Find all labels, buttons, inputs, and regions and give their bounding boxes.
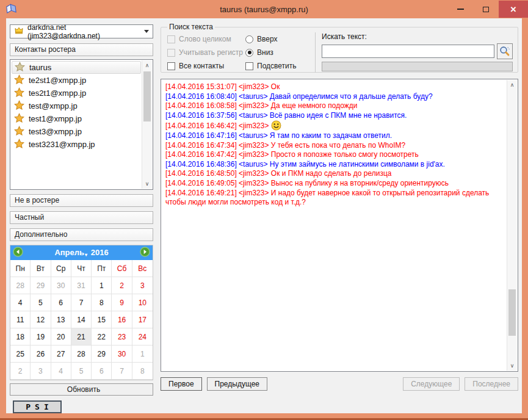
calendar-day-cell[interactable]: 4: [10, 294, 31, 311]
checkbox-whole-word[interactable]: Слово целиком: [167, 32, 245, 46]
calendar-day-cell[interactable]: 15: [92, 311, 112, 328]
calendar-day-cell[interactable]: 5: [71, 363, 92, 380]
calendar-day-cell[interactable]: 19: [31, 328, 51, 346]
minimize-button[interactable]: [447, 1, 473, 18]
chat-message: [14.04.2016 16:46:42] <jim323>: [165, 120, 505, 131]
first-button[interactable]: Первое: [161, 377, 202, 391]
previous-button[interactable]: Предыдущее: [207, 377, 267, 391]
calendar-day-cell[interactable]: 24: [132, 328, 153, 346]
contact-item[interactable]: taurus: [12, 61, 141, 74]
calendar-day-cell[interactable]: 29: [92, 346, 112, 363]
calendar-next-button[interactable]: [140, 247, 150, 259]
calendar-day-cell[interactable]: 1: [132, 346, 153, 363]
contact-item[interactable]: test@xmpp.jp: [12, 100, 141, 112]
calendar-day-cell[interactable]: 5: [31, 294, 51, 311]
scroll-thumb[interactable]: [143, 71, 151, 121]
refresh-button[interactable]: Обновить: [10, 383, 153, 396]
chat-scrollbar[interactable]: ∧ ∨: [507, 80, 517, 371]
calendar-day-cell[interactable]: 26: [31, 346, 51, 363]
calendar-day-cell[interactable]: 2: [112, 277, 132, 294]
calendar-day-cell[interactable]: 8: [132, 363, 153, 380]
contact-item[interactable]: test3231@xmpp.jp: [12, 138, 141, 151]
close-button[interactable]: ✕: [499, 1, 528, 18]
radio-direction-up[interactable]: Вверх: [245, 32, 313, 46]
calendar-day-cell[interactable]: 6: [92, 363, 112, 380]
calendar-day-cell[interactable]: 3: [132, 277, 153, 294]
scroll-down-icon[interactable]: ∨: [507, 361, 517, 371]
checkbox-highlight[interactable]: Подсветить: [245, 59, 313, 73]
calendar-day-cell[interactable]: 30: [112, 346, 132, 363]
next-button[interactable]: Следующее: [403, 377, 460, 391]
calendar-month-year[interactable]: Апрель▾ 2016: [23, 248, 140, 258]
search-group: Поиск текста Слово целикомУчитывать реги…: [161, 23, 518, 73]
chat-message: [14.04.2016 16:49:05] <jim323> Вынос на …: [165, 179, 505, 189]
calendar-day-cell[interactable]: 25: [10, 346, 31, 363]
calendar-day-cell[interactable]: 3: [31, 363, 51, 380]
calendar-day-cell[interactable]: 29: [31, 277, 51, 294]
calendar-day-cell[interactable]: 28: [10, 277, 31, 294]
roster-contacts-header[interactable]: Контакты ростера: [10, 43, 153, 56]
calendar-month[interactable]: Апрель: [54, 248, 84, 257]
maximize-button[interactable]: [473, 1, 499, 18]
calendar-day-cell[interactable]: 7: [112, 363, 132, 380]
titlebar[interactable]: taurus (taurus@xmpp.ru) ✕: [0, 0, 528, 18]
calendar-year[interactable]: 2016: [91, 248, 109, 257]
calendar-day-cell[interactable]: 11: [10, 311, 31, 328]
calendar-day-cell[interactable]: 2: [10, 363, 31, 380]
chat-messages: [14.04.2016 15:31:07] <jim323> Ок[14.04.…: [165, 82, 505, 368]
chat-message: [14.04.2016 16:47:34] <jim323> У тебя ес…: [165, 141, 505, 151]
scroll-down-icon[interactable]: ∨: [142, 179, 152, 189]
calendar-day-cell[interactable]: 21: [71, 328, 92, 346]
chat-log[interactable]: [14.04.2016 15:31:07] <jim323> Ок[14.04.…: [161, 79, 518, 372]
checkbox-match-case[interactable]: Учитывать регистр: [167, 46, 245, 59]
contact-item[interactable]: test3@xmpp.jp: [12, 125, 141, 138]
contact-item[interactable]: test1@xmpp.jp: [12, 112, 141, 125]
calendar-day-cell[interactable]: 22: [92, 328, 112, 346]
calendar-day-cell[interactable]: 31: [71, 277, 92, 294]
checkbox-box: [167, 35, 175, 43]
crown-icon: [14, 26, 24, 37]
calendar-day-cell[interactable]: 9: [112, 294, 132, 311]
radio-box[interactable]: [245, 49, 253, 57]
contact-list-scrollbar[interactable]: ∧ ∨: [142, 60, 152, 189]
calendar-day-cell[interactable]: 14: [71, 311, 92, 328]
calendar-day-cell[interactable]: 7: [71, 294, 92, 311]
contact-item[interactable]: tes2t1@xmpp.jp: [12, 87, 141, 100]
calendar-grid: ПнВтСрЧтПтСбВс28293031123456789101112131…: [10, 260, 153, 380]
calendar-day-cell[interactable]: 17: [132, 311, 153, 328]
calendar-day-cell[interactable]: 1: [92, 277, 112, 294]
calendar-day-cell[interactable]: 16: [112, 311, 132, 328]
section-additional[interactable]: Дополнительно: [10, 228, 153, 241]
account-select[interactable]: darkdna.net (jim323@darkdna.net): [10, 24, 153, 38]
option-label: Подсветить: [257, 62, 297, 70]
option-label: Все контакты: [179, 62, 224, 70]
last-button[interactable]: Последнее: [465, 377, 518, 391]
radio-direction-down[interactable]: Вниз: [245, 46, 313, 59]
scroll-up-icon[interactable]: ∧: [142, 60, 152, 70]
calendar-day-cell[interactable]: 20: [51, 328, 71, 346]
calendar-day-cell[interactable]: 6: [51, 294, 71, 311]
calendar-day-cell[interactable]: 4: [51, 363, 71, 380]
radio-box[interactable]: [245, 35, 253, 43]
scroll-up-icon[interactable]: ∧: [507, 80, 517, 90]
search-button[interactable]: [497, 43, 513, 59]
checkbox-box[interactable]: [167, 62, 175, 70]
checkbox-box[interactable]: [245, 62, 253, 70]
contact-item[interactable]: te2st1@xmpp.jp: [12, 74, 141, 87]
calendar-day-cell[interactable]: 28: [71, 346, 92, 363]
calendar-day-cell[interactable]: 30: [51, 277, 71, 294]
calendar-prev-button[interactable]: [13, 247, 23, 259]
checkbox-all-contacts[interactable]: Все контакты: [167, 59, 245, 73]
calendar-day-cell[interactable]: 27: [51, 346, 71, 363]
contact-list[interactable]: tauruste2st1@xmpp.jptes2t1@xmpp.jptest@x…: [10, 59, 153, 190]
calendar-day-cell[interactable]: 13: [51, 311, 71, 328]
section-private[interactable]: Частный: [10, 211, 153, 224]
section-not-in-roster[interactable]: Не в ростере: [10, 194, 153, 207]
search-input[interactable]: [322, 45, 494, 58]
calendar-day-cell[interactable]: 23: [112, 328, 132, 346]
calendar-day-cell[interactable]: 8: [92, 294, 112, 311]
calendar-day-cell[interactable]: 18: [10, 328, 31, 346]
calendar-day-cell[interactable]: 12: [31, 311, 51, 328]
calendar-day-cell[interactable]: 10: [132, 294, 153, 311]
scroll-thumb[interactable]: [508, 289, 516, 336]
